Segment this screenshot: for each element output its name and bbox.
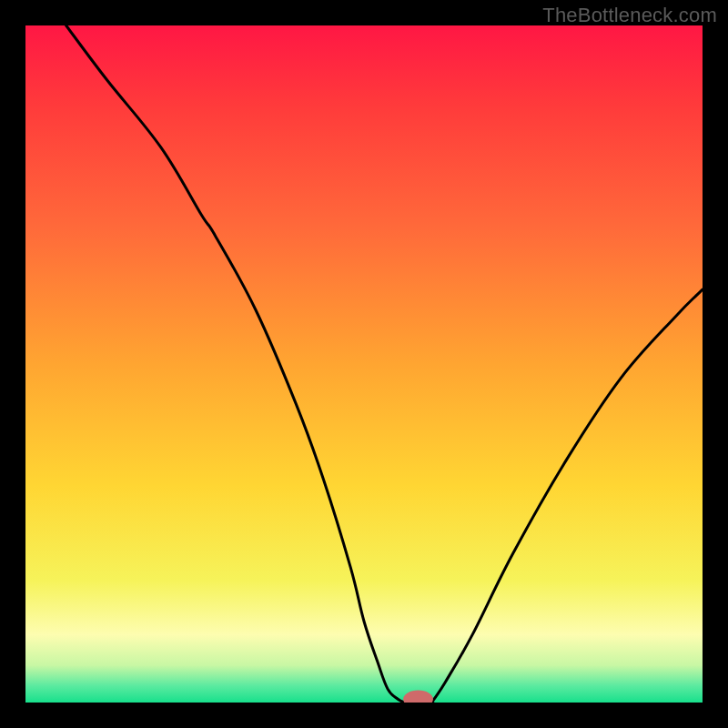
gradient-rect xyxy=(25,25,703,703)
plot-svg xyxy=(25,25,703,703)
watermark-text: TheBottleneck.com xyxy=(542,4,717,27)
plot-area xyxy=(25,25,703,703)
chart-frame: TheBottleneck.com xyxy=(0,0,728,728)
